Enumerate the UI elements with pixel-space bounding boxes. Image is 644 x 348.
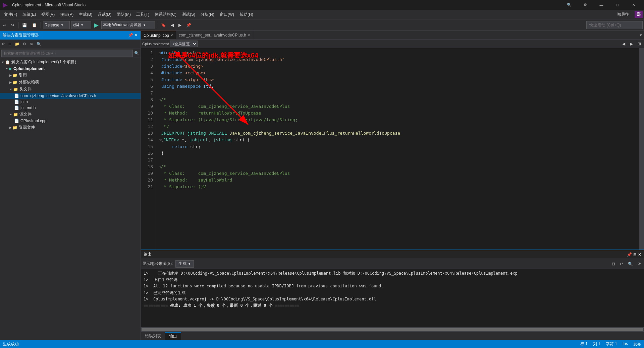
code-line-17 [159,157,637,163]
window-controls[interactable]: 🔍 ⚙ — □ ✕ [561,0,641,10]
sync-button[interactable]: ⟳ [1,41,6,47]
config-label: Release [45,23,59,27]
platform-dropdown[interactable]: x64 ▼ [71,21,91,29]
menu-build[interactable]: 生成(B) [76,10,95,19]
menu-architecture[interactable]: 体系结构(C) [152,10,179,19]
references-item[interactable]: ▶ 📁 引用 [0,72,141,79]
menu-test[interactable]: 测试(S) [179,10,198,19]
tab-cplusimpl-label: CplusImpl.cpp [144,33,169,38]
cpp-file-item[interactable]: 📄 CPlusImpl.cpp [0,118,141,124]
save-all-button[interactable]: 📋 [30,21,39,29]
output-tab-errors[interactable]: 错误列表 [141,332,165,340]
preview-button[interactable]: 👁 [28,42,35,47]
output-content: 1> 正在创建库 D:\00Coding\VS_Space\CplusImple… [141,269,644,327]
solution-search-input[interactable] [1,50,133,57]
sources-item[interactable]: ▼ 📁 源文件 [0,111,141,118]
panel-title-actions[interactable]: 📌 ✕ [128,33,138,38]
menu-team[interactable]: 团队(M) [114,10,133,19]
redo-button[interactable]: ↪ [9,21,16,29]
search-icon[interactable]: 🔍 [134,51,139,56]
menu-tools[interactable]: 工具(T) [133,10,152,19]
collapse-all-button[interactable]: ⊟ [7,41,13,47]
close-panel-icon[interactable]: ✕ [135,33,138,38]
menu-help[interactable]: 帮助(H) [237,10,256,19]
output-panel-controls[interactable]: 📌 ⊟ ✕ [627,252,641,257]
menu-project[interactable]: 项目(P) [57,10,76,19]
tab-cplusimpl-cpp[interactable]: CplusImpl.cpp ✕ [141,31,176,40]
filter-button[interactable]: 🔍 [35,41,43,47]
header3-label: jni_md.h [20,106,36,110]
headers-item[interactable]: ▼ 📁 头文件 [0,86,141,93]
output-pin-icon[interactable]: 📌 [627,252,632,257]
output-sync-button[interactable]: ⟳ [636,260,643,268]
close-button[interactable]: ✕ [626,0,641,10]
output-panel-titlebar: 输出 📌 ⊟ ✕ [141,250,644,259]
menu-window[interactable]: 窗口(W) [217,10,237,19]
quick-launch-input[interactable] [586,21,643,29]
output-dock-icon[interactable]: ⊟ [633,252,637,257]
status-bar: 生成成功 行 1 列 1 字符 1 Ins 发布 [0,340,644,348]
tab-dropdown-button[interactable]: ▼ [638,33,644,37]
headers-arrow: ▼ [9,88,12,91]
output-tabs: 错误列表 输出 [141,332,644,340]
toolbar: ↩ ↪ 💾 📋 Release ▼ x64 ▼ ▶ 本地 Windows 调试器… [0,19,644,31]
output-find-button[interactable]: 🔍 [626,260,635,268]
header-file-item-3[interactable]: 📄 jni_md.h [0,105,141,111]
project-item[interactable]: ▼ ▶ CplusImplement [0,66,141,72]
solution-root-item[interactable]: ▼ 📋 解决方案'CplusImplement'(1 个项目) [0,59,141,66]
editor-expand-button[interactable]: ⊞ [636,40,643,48]
editor-nav-project: CplusImplement [142,42,169,46]
minimize-button[interactable]: — [594,0,609,10]
menu-edit[interactable]: 编辑(E) [20,10,39,19]
nav-fwd-button[interactable]: ▶ [177,21,183,29]
nav-back-button[interactable]: ◀ [169,21,175,29]
code-line-10: * Method: returnHelloWorldToUpcase [159,110,637,117]
code-line-4: #include <cctype> [159,70,637,76]
menu-file[interactable]: 文件(F) [1,10,20,19]
output-word-wrap-button[interactable]: ↵ [618,260,625,268]
debug-target-dropdown[interactable]: 本地 Windows 调试器 ▼ [101,21,155,29]
code-line-1: ⊟#include<iostream> [159,50,637,56]
properties-button[interactable]: ⚙ [21,41,28,47]
menu-debug[interactable]: 调试(D) [95,10,114,19]
editor-nav-fwd-button[interactable]: ▶ [628,40,635,48]
tab-header-close[interactable]: ✕ [248,33,250,37]
header-file-item-1[interactable]: 📄 com_cjzheng_service_JavaInvodeCPlus.h [0,93,141,99]
output-scrollbar-h[interactable] [141,327,644,332]
output-clear-button[interactable]: ⊟ [610,260,617,268]
tab-cplusimpl-close[interactable]: ✕ [170,33,173,37]
code-line-6: using namespace std; [159,83,637,90]
menu-view[interactable]: 视图(V) [39,10,57,19]
header-file-item-2[interactable]: 📄 jni.h [0,99,141,105]
toolbar-sep-3 [157,22,157,28]
show-all-files-button[interactable]: 📁 [13,41,21,47]
undo-button[interactable]: ↩ [1,21,8,29]
debug-target-arrow-icon: ▼ [143,23,146,27]
output-source-dropdown[interactable]: 生成 ▼ [175,260,194,268]
output-tab-output[interactable]: 输出 [165,332,181,340]
start-debug-button[interactable]: ▶ [93,21,100,29]
status-publish[interactable]: 发布 [633,341,641,347]
cpp-label: CPlusImpl.cpp [20,119,46,123]
tab-header-file[interactable]: com_cjzheng_ser...avaInvodeCPlus.h ✕ [176,31,253,40]
resources-item[interactable]: ▶ 📁 资源文件 [0,124,141,131]
code-line-13: JNIEXPORT jstring JNICALL Java_com_cjzhe… [159,130,637,137]
solution-root-icon: 📋 [5,60,10,65]
save-button[interactable]: 💾 [20,21,29,29]
editor-nav-back-button[interactable]: ◀ [621,40,627,48]
settings-icon[interactable]: ⚙ [578,0,593,10]
output-close-icon[interactable]: ✕ [638,252,641,257]
menu-analyze[interactable]: 分析(N) [198,10,217,19]
config-dropdown[interactable]: Release ▼ [43,21,70,29]
external-deps-item[interactable]: ▶ 📁 外部依赖项 [0,79,141,86]
restore-button[interactable]: □ [610,0,625,10]
search-toolbar-icon[interactable]: 🔍 [561,0,577,10]
bookmark-button[interactable]: 🔖 [159,21,168,29]
pin-button[interactable]: 📌 [184,21,193,29]
code-line-3: #include<string> [159,63,637,70]
editor-toolbar-right: ◀ ▶ ⊞ [621,40,643,48]
pin-panel-icon[interactable]: 📌 [128,33,133,38]
status-col: 列 1 [593,341,600,347]
menu-bar: 文件(F) 编辑(E) 视图(V) 项目(P) 生成(B) 调试(D) 团队(M… [0,10,644,19]
editor-scope-dropdown[interactable]: (全局范围) [170,41,198,47]
